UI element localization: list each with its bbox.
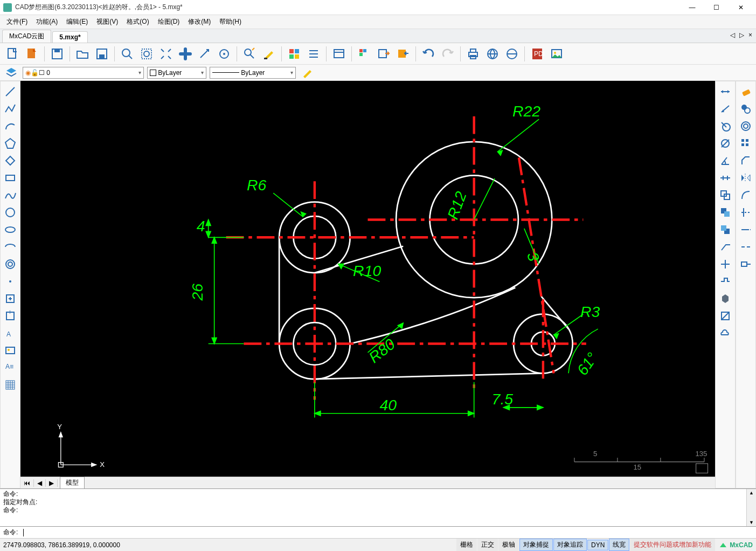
highlight-button[interactable] [260, 45, 278, 63]
polygon2-button[interactable] [2, 153, 18, 169]
import-button[interactable] [394, 45, 412, 63]
polyline-button[interactable] [2, 101, 18, 117]
linetype-combo[interactable]: ByLayer ▾ [210, 67, 296, 79]
image-insert-button[interactable] [2, 342, 18, 359]
cmd-scrollbar[interactable]: ▲ ▼ [746, 489, 756, 526]
color-combo[interactable]: ByLayer ▾ [147, 67, 206, 79]
centermark-button[interactable] [717, 256, 733, 272]
toggle-otrack[interactable]: 对象追踪 [553, 539, 587, 551]
doc-tab-cloud[interactable]: MxCAD云图 [2, 30, 51, 43]
tab-next-icon[interactable]: ▷ [738, 31, 746, 39]
match-prop-button[interactable] [299, 66, 315, 80]
scroll-up-icon[interactable]: ▲ [749, 490, 754, 495]
save-button[interactable] [48, 45, 66, 63]
doc-tab-current[interactable]: 5.mxg* [52, 31, 87, 43]
find-button[interactable] [240, 45, 259, 63]
tab-prev-icon[interactable]: ◁ [729, 31, 737, 39]
toggle-dyn[interactable]: DYN [587, 540, 608, 550]
toggle-ortho[interactable]: 正交 [477, 539, 498, 551]
spline-button[interactable] [2, 187, 18, 203]
dim-continue-button[interactable] [717, 170, 733, 186]
trim-button[interactable] [738, 204, 754, 221]
leader-button[interactable] [717, 239, 733, 255]
block-create-button[interactable]: + [2, 308, 18, 324]
drawing-canvas[interactable]: R22 R6 R12 R10 R80 R3 4 26 40 7.5 3 61° [20, 81, 715, 477]
menu-view[interactable]: 视图(V) [92, 16, 122, 27]
command-input-line[interactable]: 命令: [0, 526, 756, 538]
block-insert-button[interactable] [2, 291, 18, 307]
3d-button[interactable] [717, 291, 733, 307]
print-button[interactable] [464, 45, 482, 63]
model-next-icon[interactable]: ▶ [46, 479, 58, 487]
circle-button[interactable] [2, 204, 18, 221]
redo-button[interactable] [439, 45, 457, 63]
stretch-button[interactable] [738, 256, 754, 272]
zoom-window-button[interactable] [118, 45, 136, 63]
list-button[interactable] [304, 45, 323, 63]
model-tab[interactable]: 模型 [60, 477, 85, 488]
open-button[interactable] [73, 45, 92, 63]
zoom-extents-button[interactable] [157, 45, 175, 63]
ellipse-button[interactable] [2, 222, 18, 238]
mtext-button[interactable]: A≡ [2, 360, 18, 376]
menu-file[interactable]: 文件(F) [2, 16, 32, 27]
color-grid-button[interactable] [285, 45, 303, 63]
toggle-grid[interactable]: 栅格 [456, 539, 477, 551]
fillet-button[interactable] [738, 187, 754, 203]
new-button[interactable] [3, 45, 22, 63]
minimize-button[interactable]: — [680, 0, 704, 15]
dim-diameter-button[interactable] [717, 135, 733, 151]
export-button[interactable] [374, 45, 393, 63]
web1-button[interactable] [483, 45, 502, 63]
region-button[interactable] [717, 308, 733, 324]
dim-angular-button[interactable] [717, 153, 733, 169]
model-first-icon[interactable]: ⏮ [20, 479, 34, 487]
chamfer-button[interactable] [738, 153, 754, 169]
copy2-button[interactable] [738, 101, 754, 117]
toggle-polar[interactable]: 极轴 [498, 539, 519, 551]
menu-format[interactable]: 格式(O) [122, 16, 153, 27]
tab-close-icon[interactable]: × [747, 31, 754, 39]
layer-combo[interactable]: ◉🔓☐ 0 ▾ [23, 67, 144, 79]
move-back-button[interactable] [717, 204, 733, 221]
line-button[interactable] [2, 84, 18, 100]
ring-button[interactable] [2, 256, 18, 272]
scroll-down-icon[interactable]: ▼ [749, 520, 754, 525]
point-button[interactable] [2, 273, 18, 290]
break-button[interactable] [738, 239, 754, 255]
hatch-button[interactable] [2, 377, 18, 393]
mirror-button[interactable] [738, 170, 754, 186]
polygon-button[interactable] [2, 135, 18, 151]
section-button[interactable] [717, 273, 733, 290]
pan-button[interactable] [176, 45, 195, 63]
copy-button[interactable] [717, 187, 733, 203]
model-prev-icon[interactable]: ◀ [34, 479, 46, 487]
close-button[interactable]: ✕ [729, 0, 753, 15]
toggle-lwt[interactable]: 线宽 [609, 539, 629, 551]
palette1-button[interactable] [355, 45, 373, 63]
image-button[interactable] [547, 45, 566, 63]
menu-modify[interactable]: 修改(M) [184, 16, 215, 27]
text-button[interactable]: A [2, 325, 18, 341]
dim-radius-button[interactable] [717, 118, 733, 134]
menu-function[interactable]: 功能(A) [32, 16, 62, 27]
zoom-realtime-button[interactable] [137, 45, 156, 63]
layer-manager-button[interactable] [3, 66, 19, 80]
menu-edit[interactable]: 编辑(E) [62, 16, 92, 27]
window-button[interactable] [330, 45, 348, 63]
web2-button[interactable] [503, 45, 521, 63]
menu-draw[interactable]: 绘图(D) [154, 16, 184, 27]
feedback-button[interactable]: 提交软件问题或增加新功能 [630, 539, 715, 551]
menu-help[interactable]: 帮助(H) [215, 16, 246, 27]
cloud-button[interactable] [717, 325, 733, 341]
dim-aligned-button[interactable] [717, 101, 733, 117]
undo-button[interactable] [419, 45, 438, 63]
offset-button[interactable] [738, 118, 754, 134]
pdf-button[interactable]: PDF [528, 45, 546, 63]
new-template-button[interactable] [23, 45, 41, 63]
arc-button[interactable] [2, 118, 18, 134]
array-button[interactable] [738, 135, 754, 151]
dim-linear-button[interactable] [717, 84, 733, 100]
zoom-center-button[interactable] [215, 45, 233, 63]
zoom-previous-button[interactable] [196, 45, 214, 63]
